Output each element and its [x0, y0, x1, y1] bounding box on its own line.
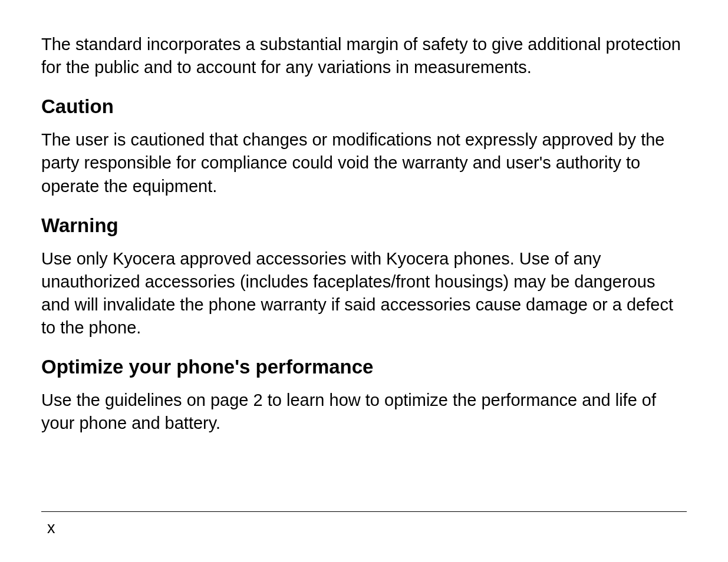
warning-heading: Warning: [41, 214, 687, 237]
intro-paragraph: The standard incorporates a substantial …: [41, 33, 687, 79]
page-number: x: [47, 519, 55, 537]
document-content: The standard incorporates a substantial …: [41, 33, 687, 435]
optimize-body: Use the guidelines on page 2 to learn ho…: [41, 389, 687, 435]
caution-body: The user is cautioned that changes or mo…: [41, 128, 687, 197]
optimize-heading: Optimize your phone's performance: [41, 356, 687, 378]
caution-heading: Caution: [41, 95, 687, 118]
footer-divider: [41, 511, 687, 512]
warning-body: Use only Kyocera approved accessories wi…: [41, 247, 687, 340]
